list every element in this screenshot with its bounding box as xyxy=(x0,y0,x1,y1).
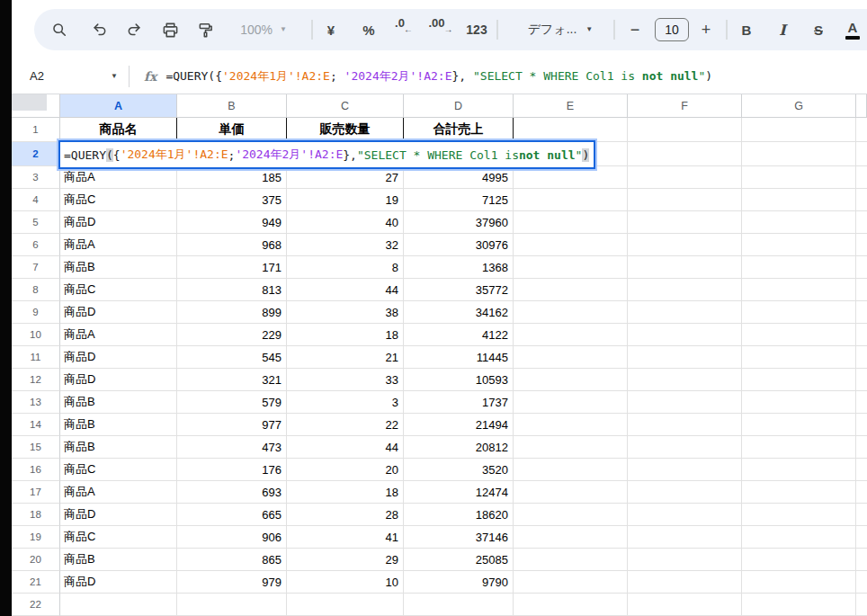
cell-empty[interactable] xyxy=(628,504,742,526)
cell-product[interactable]: 商品D xyxy=(60,346,177,369)
search-button[interactable] xyxy=(49,16,70,43)
cell-empty[interactable] xyxy=(742,301,856,324)
row-header-5[interactable]: 5 xyxy=(12,211,60,234)
cell-quantity[interactable]: 41 xyxy=(287,526,404,549)
cell-quantity[interactable] xyxy=(287,594,404,616)
cell-empty[interactable] xyxy=(514,279,628,301)
row-header-13[interactable]: 13 xyxy=(12,391,60,414)
column-header-B[interactable]: B xyxy=(177,94,287,118)
font-size-input[interactable]: 10 xyxy=(655,16,689,43)
cell-empty[interactable] xyxy=(742,279,856,301)
cell-quantity[interactable]: 38 xyxy=(287,301,404,324)
row-header-8[interactable]: 8 xyxy=(12,279,60,301)
cell-empty[interactable] xyxy=(742,346,856,369)
cell-quantity[interactable]: 3 xyxy=(287,391,404,414)
cell-empty[interactable] xyxy=(514,189,628,211)
cell-empty[interactable] xyxy=(742,256,856,279)
cell-empty[interactable] xyxy=(742,211,856,234)
cell-total-sales[interactable]: 37960 xyxy=(404,211,514,234)
row-header-4[interactable]: 4 xyxy=(12,189,60,211)
row-header-21[interactable]: 21 xyxy=(12,571,60,594)
cell-empty[interactable] xyxy=(742,166,856,189)
cell-empty[interactable] xyxy=(514,571,628,594)
row-header-6[interactable]: 6 xyxy=(12,234,60,256)
header-cell[interactable]: 単価 xyxy=(177,118,287,142)
cell-empty[interactable] xyxy=(628,414,742,436)
row-header-3[interactable]: 3 xyxy=(12,166,60,189)
cell-product[interactable] xyxy=(60,594,177,616)
cell-empty[interactable] xyxy=(514,301,628,324)
cell-quantity[interactable]: 40 xyxy=(287,211,404,234)
cell-unit-price[interactable]: 375 xyxy=(177,189,287,211)
cell-empty[interactable] xyxy=(628,234,742,256)
italic-button[interactable]: I xyxy=(772,16,793,43)
cell-quantity[interactable]: 19 xyxy=(287,189,404,211)
cell-unit-price[interactable]: 906 xyxy=(177,526,287,549)
cell-empty[interactable] xyxy=(628,189,742,211)
cell-reference-box[interactable]: A2 ▼ xyxy=(12,58,118,94)
row-header-2[interactable]: 2 xyxy=(12,142,60,166)
cell-empty[interactable] xyxy=(742,118,856,142)
cell-empty[interactable] xyxy=(514,391,628,414)
header-cell[interactable]: 合計売上 xyxy=(404,118,514,142)
cell-empty[interactable] xyxy=(628,324,742,346)
cell-product[interactable]: 商品A xyxy=(60,166,177,189)
cell-total-sales[interactable]: 10593 xyxy=(404,369,514,391)
cell-product[interactable]: 商品B xyxy=(60,391,177,414)
cell-product[interactable]: 商品D xyxy=(60,211,177,234)
cell-unit-price[interactable]: 693 xyxy=(177,481,287,504)
percent-format-button[interactable]: % xyxy=(358,16,380,43)
cell-product[interactable]: 商品C xyxy=(60,279,177,301)
cell-product[interactable]: 商品B xyxy=(60,414,177,436)
cell-empty[interactable] xyxy=(742,549,856,571)
column-header-A[interactable]: A xyxy=(60,94,177,118)
cell-empty[interactable] xyxy=(514,526,628,549)
cell-unit-price[interactable]: 545 xyxy=(177,346,287,369)
decrease-decimal-button[interactable]: .0 ← xyxy=(393,16,415,43)
cell-product[interactable]: 商品B xyxy=(60,549,177,571)
cell-total-sales[interactable]: 37146 xyxy=(404,526,514,549)
cell-empty[interactable] xyxy=(514,166,628,189)
row-header-12[interactable]: 12 xyxy=(12,369,60,391)
cell-empty[interactable] xyxy=(514,549,628,571)
cell-quantity[interactable]: 33 xyxy=(287,369,404,391)
row-header-22[interactable]: 22 xyxy=(12,594,60,616)
cell-total-sales[interactable]: 7125 xyxy=(404,189,514,211)
cell-empty[interactable] xyxy=(628,142,742,166)
cell-quantity[interactable]: 28 xyxy=(287,504,404,526)
cell-unit-price[interactable]: 579 xyxy=(177,391,287,414)
cell-unit-price[interactable]: 176 xyxy=(177,459,287,481)
cell-unit-price[interactable]: 977 xyxy=(177,414,287,436)
cell-empty[interactable] xyxy=(514,414,628,436)
cell-total-sales[interactable]: 30976 xyxy=(404,234,514,256)
decrease-font-size-button[interactable]: − xyxy=(624,16,646,43)
row-header-9[interactable]: 9 xyxy=(12,301,60,324)
cell-product[interactable]: 商品D xyxy=(60,571,177,594)
cell-total-sales[interactable]: 25085 xyxy=(404,549,514,571)
cell-empty[interactable] xyxy=(514,256,628,279)
cell-total-sales[interactable]: 18620 xyxy=(404,504,514,526)
zoom-select[interactable]: 100% ▼ xyxy=(240,16,287,43)
cell-empty[interactable] xyxy=(742,189,856,211)
cell-empty[interactable] xyxy=(514,504,628,526)
cell-total-sales[interactable]: 9790 xyxy=(404,571,514,594)
cell-empty[interactable] xyxy=(742,504,856,526)
cell-empty[interactable] xyxy=(742,234,856,256)
number-format-button[interactable]: 123 xyxy=(466,16,487,43)
cell-quantity[interactable]: 44 xyxy=(287,279,404,301)
cell-quantity[interactable]: 18 xyxy=(287,481,404,504)
cell-empty[interactable] xyxy=(628,346,742,369)
cell-total-sales[interactable]: 11445 xyxy=(404,346,514,369)
cell-product[interactable]: 商品C xyxy=(60,526,177,549)
cell-empty[interactable] xyxy=(514,594,628,616)
cell-empty[interactable] xyxy=(742,594,856,616)
row-header-18[interactable]: 18 xyxy=(12,504,60,526)
cell-total-sales[interactable]: 1368 xyxy=(404,256,514,279)
cell-empty[interactable] xyxy=(514,346,628,369)
select-all-corner[interactable] xyxy=(12,94,60,118)
cell-total-sales[interactable]: 3520 xyxy=(404,459,514,481)
header-cell[interactable]: 販売数量 xyxy=(287,118,404,142)
cell-empty[interactable] xyxy=(742,414,856,436)
cell-total-sales[interactable]: 12474 xyxy=(404,481,514,504)
row-header-19[interactable]: 19 xyxy=(12,526,60,549)
